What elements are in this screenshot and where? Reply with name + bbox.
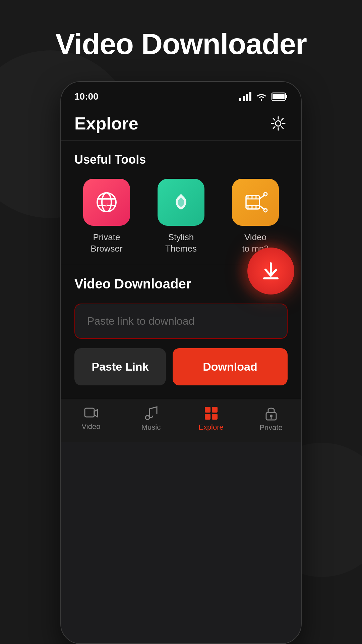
svg-rect-3 <box>249 92 251 101</box>
private-browser-label: Private Browser <box>90 232 122 255</box>
url-input-container <box>74 304 288 339</box>
video-nav-icon <box>84 407 98 420</box>
url-input[interactable] <box>74 304 288 339</box>
useful-tools-section: Useful Tools <box>61 141 301 264</box>
svg-point-7 <box>276 121 281 126</box>
private-browser-icon <box>93 189 120 216</box>
status-bar: 10:00 <box>61 82 301 105</box>
svg-rect-28 <box>212 407 218 413</box>
paste-link-button[interactable]: Paste Link <box>74 348 166 385</box>
nav-video[interactable]: Video <box>61 407 121 431</box>
svg-point-9 <box>102 193 111 212</box>
app-content: Useful Tools <box>61 141 301 399</box>
svg-rect-2 <box>246 94 248 101</box>
download-arrow-icon <box>261 262 281 280</box>
tool-video-to-mp3[interactable]: Video to mp3 <box>223 179 288 255</box>
tools-grid: Private Browser Stylish Themes <box>74 179 288 255</box>
music-nav-icon <box>145 406 158 420</box>
svg-rect-30 <box>212 414 218 420</box>
nav-private-label: Private <box>259 423 282 432</box>
floating-download-button[interactable] <box>247 248 294 294</box>
stylish-themes-icon-bg <box>158 179 204 226</box>
tool-stylish-themes[interactable]: Stylish Themes <box>149 179 213 255</box>
video-downloader-section: Video Downloader Paste Link Download <box>61 264 301 399</box>
download-button[interactable]: Download <box>173 348 288 385</box>
tool-private-browser[interactable]: Private Browser <box>74 179 139 255</box>
video-to-mp3-icon-bg <box>232 179 279 226</box>
svg-rect-20 <box>255 206 257 209</box>
gear-icon <box>270 115 287 132</box>
wifi-icon <box>255 92 267 101</box>
explore-nav-icon <box>204 406 218 420</box>
status-icons <box>239 92 288 101</box>
svg-rect-17 <box>255 196 257 199</box>
svg-rect-18 <box>247 206 249 209</box>
useful-tools-title: Useful Tools <box>74 153 288 167</box>
nav-private[interactable]: Private <box>241 406 301 432</box>
app-header: Explore <box>61 105 301 141</box>
nav-music[interactable]: Music <box>121 406 181 432</box>
nav-music-label: Music <box>141 423 161 432</box>
svg-rect-6 <box>273 94 285 99</box>
svg-rect-0 <box>239 98 241 101</box>
svg-point-24 <box>264 209 267 212</box>
svg-rect-26 <box>85 408 94 417</box>
bottom-nav: Video Music Explore <box>61 399 301 442</box>
nav-explore-label: Explore <box>198 423 224 432</box>
battery-icon <box>272 92 288 101</box>
stylish-themes-icon <box>168 189 194 216</box>
explore-header-title: Explore <box>74 113 138 133</box>
status-time: 10:00 <box>74 91 99 102</box>
svg-point-23 <box>264 193 267 196</box>
svg-rect-27 <box>205 407 210 413</box>
settings-button[interactable] <box>269 114 288 133</box>
nav-video-label: Video <box>82 422 101 431</box>
svg-rect-19 <box>251 206 253 209</box>
action-buttons: Paste Link Download <box>74 348 288 385</box>
signal-icon <box>239 92 251 101</box>
svg-point-8 <box>97 193 116 212</box>
svg-rect-15 <box>247 196 249 199</box>
svg-rect-16 <box>251 196 253 199</box>
page-title: Video Downloader <box>55 27 307 61</box>
svg-rect-1 <box>243 96 245 101</box>
phone-mockup: 10:00 Explore <box>60 81 302 644</box>
private-browser-icon-bg <box>83 179 130 226</box>
nav-explore[interactable]: Explore <box>181 406 241 432</box>
svg-rect-29 <box>205 414 210 420</box>
private-nav-icon <box>265 406 278 421</box>
stylish-themes-label: Stylish Themes <box>165 232 197 255</box>
video-to-mp3-icon <box>242 189 269 216</box>
svg-rect-5 <box>286 95 287 98</box>
